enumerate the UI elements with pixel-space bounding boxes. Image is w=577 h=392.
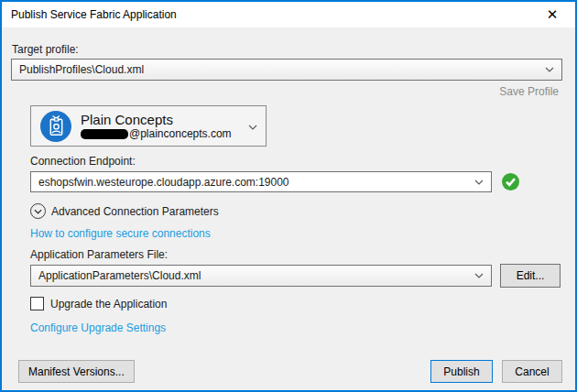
publish-dialog: Publish Service Fabric Application ✕ Tar… [0,0,577,392]
connection-endpoint-input[interactable]: eshopsfwin.westeurope.cloudapp.azure.com… [30,171,492,192]
secure-connections-link[interactable]: How to configure secure connections [30,227,211,240]
save-profile-link[interactable]: Save Profile [499,85,559,98]
chevron-down-icon [474,273,484,278]
upgrade-application-row: Upgrade the Application [30,297,167,310]
publish-button[interactable]: Publish [430,360,493,383]
application-parameters-label: Application Parameters File: [30,248,168,261]
cancel-button[interactable]: Cancel [502,360,562,383]
application-parameters-value: ApplicationParameters\Cloud.xml [38,269,201,282]
account-name: Plain Concepts [81,112,232,127]
configure-upgrade-settings-link[interactable]: Configure Upgrade Settings [30,321,166,334]
circled-chevron-down-icon[interactable] [30,203,46,219]
connection-valid-check-icon [502,173,519,191]
chevron-down-icon [248,120,257,133]
connection-endpoint-value: eshopsfwin.westeurope.cloudapp.azure.com… [38,176,289,189]
titlebar: Publish Service Fabric Application ✕ [2,2,575,27]
target-profile-label: Target profile: [12,43,79,56]
advanced-parameters-expander[interactable]: Advanced Connection Parameters [30,203,219,219]
chevron-down-icon [545,67,554,72]
connection-endpoint-label: Connection Endpoint: [30,155,136,168]
redacted-email-prefix [81,129,128,139]
account-selector[interactable]: Plain Concepts @plainconcepts.com [30,105,267,147]
account-badge-icon [39,110,72,143]
close-icon[interactable]: ✕ [539,4,566,26]
upgrade-application-label: Upgrade the Application [50,298,167,310]
window-title: Publish Service Fabric Application [11,8,177,21]
target-profile-value: PublishProfiles\Cloud.xml [19,63,144,76]
chevron-down-icon[interactable] [474,180,484,185]
account-email-suffix: @plainconcepts.com [129,127,232,140]
target-profile-dropdown[interactable]: PublishProfiles\Cloud.xml [11,59,562,81]
account-email: @plainconcepts.com [81,127,232,140]
edit-button[interactable]: Edit... [500,264,561,288]
manifest-versions-button[interactable]: Manifest Versions... [18,360,135,383]
upgrade-application-checkbox[interactable] [30,297,44,310]
application-parameters-dropdown[interactable]: ApplicationParameters\Cloud.xml [30,265,492,287]
advanced-parameters-label: Advanced Connection Parameters [51,205,219,218]
